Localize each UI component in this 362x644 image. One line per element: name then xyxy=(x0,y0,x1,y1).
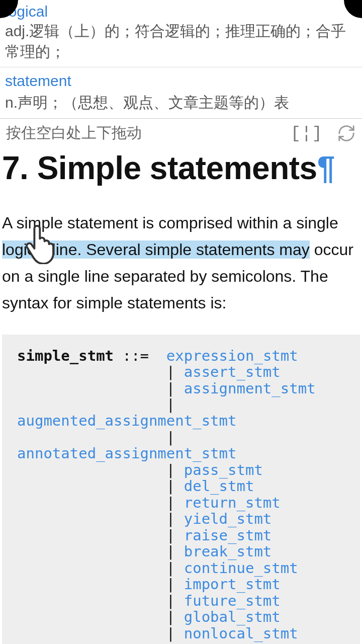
document-content[interactable]: 7. Simple statements¶ A simple statement… xyxy=(0,150,362,644)
heading-number: 7. xyxy=(2,150,28,186)
highlighted-text: logical line. Several simple statements … xyxy=(2,240,310,259)
dict-word: logical xyxy=(5,3,357,20)
dict-entry-logical[interactable]: logical adj.逻辑（上）的；符合逻辑的；推理正确的；合乎常理的； xyxy=(0,0,362,67)
dict-definition: n.声明；（思想、观点、文章主题等的）表 xyxy=(5,93,289,113)
dict-definition: adj.逻辑（上）的；符合逻辑的；推理正确的；合乎常理的； xyxy=(5,21,357,62)
drag-hint-text: 按住空白处上下拖动 xyxy=(6,123,142,143)
grammar-block[interactable]: simple_stmt ::= expression_stmt | assert… xyxy=(2,335,360,644)
heading-text: Simple statements xyxy=(37,150,317,186)
dict-entry-statement[interactable]: statement n.声明；（思想、观点、文章主题等的）表 xyxy=(0,67,362,118)
dict-word: statement xyxy=(5,72,71,90)
drag-hint-bar[interactable]: 按住空白处上下拖动 [¦] xyxy=(0,119,362,147)
refresh-icon[interactable] xyxy=(337,124,356,143)
para-text: A simple statement is comprised within a… xyxy=(2,214,338,232)
brackets-icon[interactable]: [¦] xyxy=(291,124,323,143)
pilcrow-icon[interactable]: ¶ xyxy=(317,150,335,186)
page-title: 7. Simple statements¶ xyxy=(2,150,360,186)
intro-paragraph[interactable]: A simple statement is comprised within a… xyxy=(2,210,358,316)
dictionary-panel: logical adj.逻辑（上）的；符合逻辑的；推理正确的；合乎常理的； st… xyxy=(0,0,362,119)
